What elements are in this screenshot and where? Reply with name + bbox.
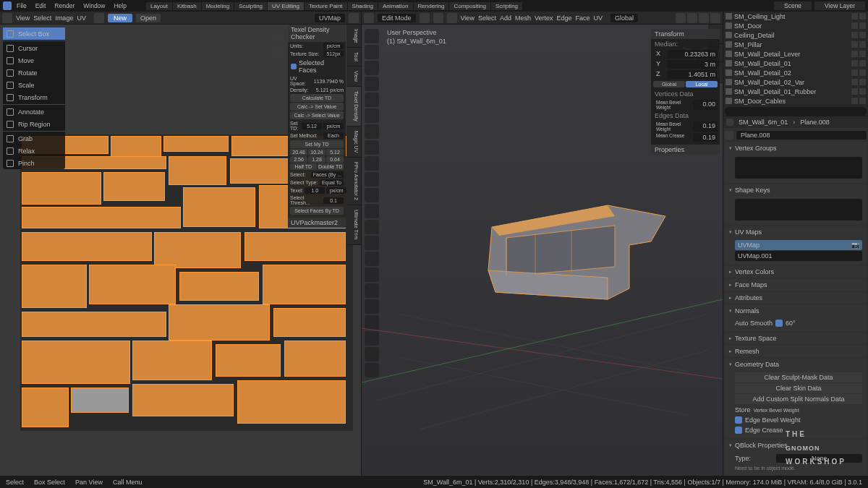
- vp-menu-add[interactable]: Add: [500, 14, 511, 22]
- vp-menu-select[interactable]: Select: [478, 14, 496, 22]
- viewport-tool-icon[interactable]: [365, 220, 379, 234]
- uv-island[interactable]: [22, 341, 130, 384]
- viewport-tool-icon[interactable]: [365, 236, 379, 250]
- uv-island[interactable]: [71, 388, 129, 413]
- attributes-header[interactable]: Attributes: [725, 292, 867, 304]
- median-z[interactable]: 1.4051 m: [668, 70, 718, 79]
- calculate-td-button[interactable]: Calculate TD: [290, 94, 344, 102]
- hide-icon[interactable]: [851, 69, 858, 76]
- menu-render[interactable]: Render: [51, 2, 78, 9]
- outliner-item[interactable]: Ceiling_Detail: [723, 30, 868, 40]
- viewport-tool-icon[interactable]: [365, 45, 379, 59]
- viewport-tool-icon[interactable]: [365, 283, 379, 298]
- face-maps-header[interactable]: Face Maps: [725, 279, 867, 291]
- add-split-normals-button[interactable]: Add Custom Split Normals Data: [735, 394, 862, 404]
- vertex-colors-header[interactable]: Vertex Colors: [725, 266, 867, 278]
- uv-island[interactable]: [284, 341, 346, 377]
- uv-tool-rip-region[interactable]: Rip Region: [3, 118, 65, 130]
- calc-select-button[interactable]: Calc -> Select Value: [290, 111, 344, 119]
- viewport-tool-icon[interactable]: [365, 188, 379, 202]
- vp-menu-uv[interactable]: UV: [594, 14, 603, 22]
- shape-keys-list[interactable]: [735, 199, 862, 221]
- uv-island[interactable]: [169, 156, 226, 185]
- uv-island[interactable]: [179, 272, 259, 301]
- uv-island[interactable]: [244, 232, 346, 261]
- uv-tool-annotate[interactable]: Annotate: [3, 106, 65, 118]
- uv-tool-move[interactable]: Move: [3, 54, 65, 67]
- hide-icon[interactable]: [851, 88, 858, 95]
- vert-select-icon[interactable]: [420, 13, 430, 23]
- uv-ntab[interactable]: Texel Density: [346, 87, 361, 127]
- uv-island[interactable]: [263, 265, 346, 304]
- pan-icon[interactable]: [273, 46, 283, 56]
- workspace-tab[interactable]: Shading: [348, 2, 378, 10]
- vp-menu-vertex[interactable]: Vertex: [535, 14, 553, 22]
- set-td-value[interactable]: 5.12: [302, 123, 322, 129]
- uv-island[interactable]: [216, 344, 281, 377]
- viewport-tool-icon[interactable]: [365, 172, 379, 187]
- half-td-button[interactable]: Half TD: [290, 163, 317, 170]
- preset-1a[interactable]: 20.48: [290, 149, 307, 155]
- uv-tool-transform[interactable]: Transform: [3, 91, 65, 103]
- remesh-header[interactable]: Remesh: [725, 346, 867, 357]
- uv-tool-cursor[interactable]: Cursor: [3, 42, 65, 54]
- thresh-value[interactable]: 0.1: [323, 197, 344, 204]
- hide-icon[interactable]: [851, 60, 858, 67]
- uv-maps-header[interactable]: UV Maps: [725, 226, 867, 238]
- uv-island[interactable]: [89, 265, 176, 304]
- viewport-canvas[interactable]: User Perspective (1) SM_Wall_6m_01: [362, 25, 723, 476]
- uv-ntab[interactable]: Ultimate Trim: [346, 205, 361, 244]
- viewport-tool-icon[interactable]: [365, 29, 379, 43]
- uv-island[interactable]: [163, 136, 229, 152]
- uv-island[interactable]: [132, 341, 212, 380]
- pin-icon[interactable]: [349, 13, 359, 23]
- disable-icon[interactable]: [859, 51, 866, 57]
- select-type-value[interactable]: Equal To: [320, 179, 344, 186]
- uv-island[interactable]: [22, 388, 69, 427]
- td-texsize-value[interactable]: 512px: [323, 51, 344, 57]
- hide-icon[interactable]: [851, 79, 858, 85]
- menu-edit[interactable]: Edit: [32, 2, 50, 9]
- uvmap-item-1[interactable]: UVMap.001: [735, 251, 862, 261]
- hide-icon[interactable]: [851, 98, 858, 104]
- texture-space-header[interactable]: Texture Space: [725, 333, 867, 344]
- uv-menu-image[interactable]: Image: [55, 14, 73, 22]
- hide-icon[interactable]: [851, 51, 858, 57]
- outliner-item[interactable]: SM_Door: [723, 21, 868, 30]
- outliner-item[interactable]: SM_Wall_Detail_02: [723, 68, 868, 77]
- viewport-tool-icon[interactable]: [365, 140, 379, 155]
- uv-island[interactable]: [169, 304, 270, 341]
- workspace-tab[interactable]: Compositing: [449, 2, 490, 10]
- workspace-tab[interactable]: Modeling: [202, 2, 234, 10]
- mode-selector[interactable]: Edit Mode: [378, 14, 416, 22]
- disable-icon[interactable]: [859, 13, 866, 20]
- disable-icon[interactable]: [859, 69, 866, 76]
- vp-menu-mesh[interactable]: Mesh: [515, 14, 531, 22]
- uv-ntab[interactable]: Tool: [346, 48, 361, 67]
- bevel-e-value[interactable]: 0.19: [693, 121, 718, 132]
- uv-island[interactable]: [183, 187, 255, 227]
- uv-tool-select-box[interactable]: Select Box: [3, 27, 65, 40]
- uv-island[interactable]: [111, 136, 161, 158]
- editor-type-icon[interactable]: [2, 13, 12, 23]
- select-value[interactable]: Faces (By ...: [311, 171, 344, 178]
- uv-tool-relax[interactable]: Relax: [3, 145, 65, 157]
- local-button[interactable]: Local: [686, 81, 718, 87]
- shading-rendered-icon[interactable]: [710, 13, 720, 23]
- clear-skin-button[interactable]: Clear Skin Data: [735, 383, 862, 393]
- viewport-tool-icon[interactable]: [365, 108, 379, 123]
- crease-value[interactable]: 0.19: [693, 133, 718, 142]
- shading-solid-icon[interactable]: [687, 13, 697, 23]
- shape-keys-header[interactable]: Shape Keys: [725, 184, 867, 196]
- viewport-tool-icon[interactable]: [365, 61, 379, 75]
- viewport-tool-icon[interactable]: [365, 77, 379, 91]
- uv-island[interactable]: [154, 232, 241, 268]
- outliner-item[interactable]: SM_Wall_Detail_01: [723, 59, 868, 68]
- hide-icon[interactable]: [851, 41, 858, 48]
- shading-wire-icon[interactable]: [676, 13, 686, 23]
- outliner-item[interactable]: SM_Wall_Detail_01_Rubber: [723, 87, 868, 96]
- new-image-button[interactable]: New: [108, 14, 132, 22]
- uvmap-selector[interactable]: UVMap: [315, 14, 345, 22]
- uv-island[interactable]: [22, 312, 166, 337]
- blender-logo-icon[interactable]: [3, 1, 12, 10]
